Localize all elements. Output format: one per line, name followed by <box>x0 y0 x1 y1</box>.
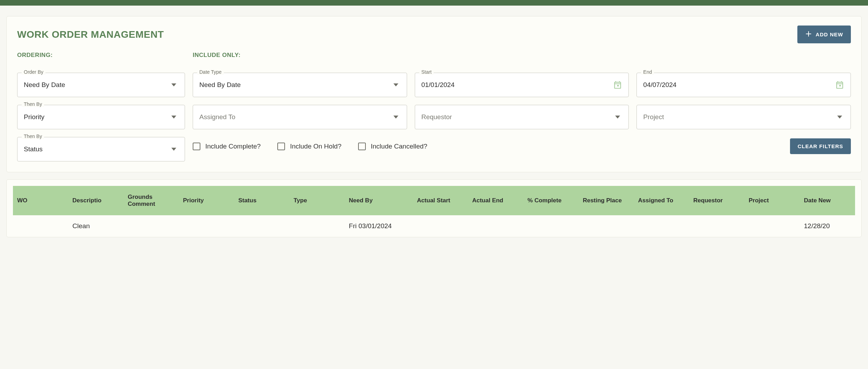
cell-actual-end <box>468 215 523 237</box>
col-percent-complete[interactable]: % Complete <box>523 186 578 215</box>
cell-percent-complete <box>523 215 578 237</box>
cell-description: Clean <box>68 215 123 237</box>
col-assigned-to[interactable]: Assigned To <box>634 186 689 215</box>
cell-status <box>234 215 289 237</box>
requestor-placeholder: Requestor <box>421 113 613 121</box>
col-type[interactable]: Type <box>289 186 344 215</box>
end-date-input[interactable]: End 04/07/2024 <box>636 73 851 97</box>
cell-requestor <box>689 215 745 237</box>
order-by-label: Order By <box>22 69 45 75</box>
then-by-2-value: Status <box>24 145 169 153</box>
start-date-input[interactable]: Start 01/01/2024 <box>415 73 629 97</box>
include-on-hold-checkbox[interactable]: Include On Hold? <box>277 143 341 150</box>
col-project[interactable]: Project <box>745 186 800 215</box>
then-by-2-label: Then By <box>22 133 44 139</box>
cell-resting-place <box>578 215 634 237</box>
checkbox-icon <box>277 143 285 150</box>
col-description[interactable]: Descriptio <box>68 186 123 215</box>
start-date-label: Start <box>419 69 434 75</box>
col-actual-end[interactable]: Actual End <box>468 186 523 215</box>
cell-project <box>745 215 800 237</box>
assigned-to-placeholder: Assigned To <box>199 113 391 121</box>
cell-need-by: Fri 03/01/2024 <box>345 215 413 237</box>
include-cancelled-checkbox[interactable]: Include Cancelled? <box>358 143 427 150</box>
col-date-new[interactable]: Date New <box>800 186 855 215</box>
cell-assigned-to <box>634 215 689 237</box>
chevron-down-icon <box>391 113 400 122</box>
table-header-row: WO Descriptio Grounds Comment Priority S… <box>13 186 855 215</box>
plus-icon <box>805 30 812 38</box>
cell-grounds-comment <box>123 215 179 237</box>
then-by-2-select[interactable]: Then By Status <box>17 137 185 161</box>
col-requestor[interactable]: Requestor <box>689 186 745 215</box>
col-grounds-comment[interactable]: Grounds Comment <box>123 186 179 215</box>
start-date-value: 01/01/2024 <box>421 81 613 89</box>
chevron-down-icon <box>613 113 622 122</box>
chevron-down-icon <box>835 113 844 122</box>
project-placeholder: Project <box>643 113 835 121</box>
order-by-value: Need By Date <box>24 81 169 89</box>
include-complete-checkbox[interactable]: Include Complete? <box>193 143 261 150</box>
then-by-1-label: Then By <box>22 101 44 107</box>
assigned-to-select[interactable]: Assigned To <box>193 105 407 129</box>
table-row[interactable]: Clean Fri 03/01/2024 12/28/20 <box>13 215 855 237</box>
col-resting-place[interactable]: Resting Place <box>578 186 634 215</box>
chevron-down-icon <box>169 113 178 122</box>
chevron-down-icon <box>169 80 178 89</box>
project-select[interactable]: Project <box>636 105 851 129</box>
ordering-section-label: ORDERING: <box>17 52 185 59</box>
then-by-1-value: Priority <box>24 113 169 121</box>
chevron-down-icon <box>391 80 400 89</box>
cell-date-new: 12/28/20 <box>800 215 855 237</box>
checkbox-icon <box>358 143 366 150</box>
add-new-button[interactable]: ADD NEW <box>797 26 851 43</box>
date-type-select[interactable]: Date Type Need By Date <box>193 73 407 97</box>
then-by-1-select[interactable]: Then By Priority <box>17 105 185 129</box>
cell-priority <box>179 215 234 237</box>
date-type-label: Date Type <box>197 69 224 75</box>
include-section-label: INCLUDE ONLY: <box>193 52 851 59</box>
cell-wo <box>13 215 68 237</box>
chevron-down-icon <box>169 145 178 154</box>
filters-card: WORK ORDER MANAGEMENT ADD NEW ORDERING: … <box>6 16 862 172</box>
requestor-select[interactable]: Requestor <box>415 105 629 129</box>
checkbox-icon <box>193 143 200 150</box>
cell-type <box>289 215 344 237</box>
include-on-hold-label: Include On Hold? <box>290 143 341 150</box>
include-complete-label: Include Complete? <box>205 143 261 150</box>
end-date-value: 04/07/2024 <box>643 81 835 89</box>
order-by-select[interactable]: Order By Need By Date <box>17 73 185 97</box>
work-order-table: WO Descriptio Grounds Comment Priority S… <box>13 186 855 237</box>
col-wo[interactable]: WO <box>13 186 68 215</box>
clear-filters-button[interactable]: CLEAR FILTERS <box>790 138 851 154</box>
col-need-by[interactable]: Need By <box>345 186 413 215</box>
end-date-label: End <box>641 69 654 75</box>
date-type-value: Need By Date <box>199 81 391 89</box>
col-status[interactable]: Status <box>234 186 289 215</box>
cell-actual-start <box>413 215 468 237</box>
top-bar <box>0 0 868 6</box>
clear-filters-label: CLEAR FILTERS <box>798 143 843 149</box>
results-card: WO Descriptio Grounds Comment Priority S… <box>6 179 862 237</box>
col-actual-start[interactable]: Actual Start <box>413 186 468 215</box>
page-title: WORK ORDER MANAGEMENT <box>17 29 164 40</box>
calendar-icon[interactable] <box>835 80 844 89</box>
calendar-icon[interactable] <box>613 80 622 89</box>
col-priority[interactable]: Priority <box>179 186 234 215</box>
include-cancelled-label: Include Cancelled? <box>371 143 427 150</box>
add-new-label: ADD NEW <box>816 31 843 37</box>
